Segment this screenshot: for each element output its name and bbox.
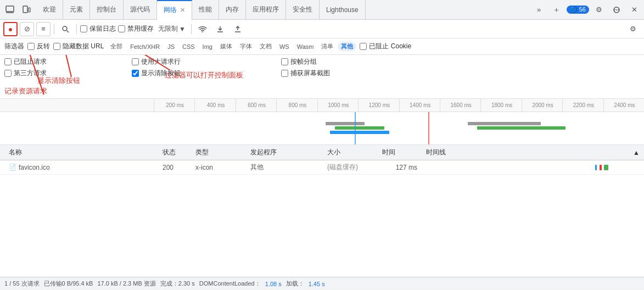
filter-label: 筛选器: [4, 42, 24, 51]
svg-rect-2: [23, 6, 27, 13]
status-resources: 17.0 kB / 2.3 MB 资源: [97, 280, 155, 288]
tab-bar: 欢迎 元素 控制台 源代码 网络 ✕ 性能 内存 应用程序 安全性 Lighth…: [0, 0, 644, 20]
new-tab-btn[interactable]: ＋: [549, 2, 564, 18]
close-devtools-btn[interactable]: ✕: [626, 2, 642, 18]
group-by-frame-checkbox[interactable]: 按帧分组: [281, 57, 330, 66]
tab-memory[interactable]: 内存: [219, 0, 246, 20]
annotation-record: 记录资源请求: [4, 86, 47, 96]
settings-btn[interactable]: ⚙: [591, 2, 607, 18]
type-img[interactable]: Img: [199, 43, 216, 51]
type-font[interactable]: 字体: [237, 42, 255, 51]
type-doc[interactable]: 文档: [256, 42, 275, 51]
large-rows-checkbox[interactable]: 使用大请求行: [132, 57, 242, 66]
toolbar-divider-2: [76, 24, 77, 34]
tab-elements[interactable]: 元素: [63, 0, 90, 20]
status-bar: 1 / 55 次请求 已传输0 B/95.4 kB 17.0 kB / 2.3 …: [0, 277, 644, 290]
type-manifest[interactable]: 清单: [318, 42, 337, 51]
th-size[interactable]: 大小: [323, 148, 378, 157]
svg-point-6: [616, 9, 617, 10]
record-icon: ●: [8, 25, 13, 34]
th-name[interactable]: 名称: [4, 148, 158, 157]
td-initiator: 其他: [246, 163, 323, 172]
clear-icon: ⊘: [24, 25, 30, 33]
td-status: 200: [158, 164, 191, 171]
search-btn[interactable]: [58, 21, 73, 37]
throttle-dropdown[interactable]: 无限制 ▼: [156, 23, 188, 35]
th-type[interactable]: 类型: [191, 148, 246, 157]
capture-screenshots-checkbox[interactable]: 捕获屏幕截图: [281, 69, 330, 78]
type-all[interactable]: 全部: [107, 42, 126, 51]
annotations-wrapper: 已阻止请求 第三方请求 使用大请求行 显示清除按钮 按帧分组 捕获屏幕截图: [0, 55, 644, 99]
network-settings-btn[interactable]: ⚙: [625, 21, 641, 37]
filter-toggle-btn[interactable]: ≡: [36, 22, 51, 36]
th-initiator[interactable]: 发起程序: [246, 148, 323, 157]
third-party-checkbox[interactable]: 第三方请求: [4, 69, 125, 78]
filter-types: 全部 Fetch/XHR JS CSS Img 媒体 字体 文档 WS Wasm…: [107, 42, 356, 51]
inspect-icon[interactable]: [2, 2, 18, 18]
issues-badge[interactable]: 🔵 56: [567, 5, 589, 14]
tab-lighthouse[interactable]: Lighthouse: [320, 0, 366, 20]
tab-performance[interactable]: 性能: [192, 0, 219, 20]
type-wasm[interactable]: Wasm: [294, 43, 317, 51]
td-timeline: [422, 160, 644, 175]
tab-network-close[interactable]: ✕: [180, 7, 185, 14]
td-name: 📄 favicon.ico: [4, 164, 158, 171]
status-dom-value: 1.08 s: [265, 281, 282, 287]
tab-network[interactable]: 网络 ✕: [157, 0, 192, 20]
svg-point-8: [63, 26, 67, 31]
tick-5: 1200 ms: [358, 99, 399, 112]
tab-sources[interactable]: 源代码: [124, 0, 157, 20]
svg-point-7: [618, 9, 619, 10]
svg-point-10: [202, 31, 203, 32]
more-tabs-btn[interactable]: »: [531, 2, 547, 18]
customize-btn[interactable]: [609, 2, 624, 18]
svg-rect-0: [6, 6, 14, 12]
status-transferred: 已传输0 B/95.4 kB: [44, 280, 93, 288]
device-icon[interactable]: [19, 2, 34, 18]
invert-checkbox[interactable]: 反转: [27, 42, 50, 51]
block-cookies-checkbox[interactable]: 已阻止 Cookie: [360, 42, 411, 51]
tab-security[interactable]: 安全性: [286, 0, 320, 20]
tick-7: 1600 ms: [440, 99, 480, 112]
preserve-log-checkbox[interactable]: 保留日志: [80, 24, 116, 34]
tick-11: 2400 ms: [603, 99, 644, 112]
svg-line-9: [67, 30, 69, 32]
show-clear-btn-checkbox[interactable]: 显示清除按钮: [132, 69, 242, 78]
table-row[interactable]: 📄 favicon.ico 200 x-icon 其他 (磁盘缓存) 127 m…: [0, 160, 644, 175]
tick-2: 600 ms: [236, 99, 276, 112]
tick-3: 800 ms: [276, 99, 317, 112]
toolbar-divider-3: [191, 24, 192, 34]
th-time[interactable]: 时间: [378, 148, 422, 157]
type-fetch[interactable]: Fetch/XHR: [127, 43, 163, 51]
type-js[interactable]: JS: [164, 43, 178, 51]
hide-data-url-checkbox[interactable]: 隐藏数据 URL: [53, 42, 104, 51]
th-status[interactable]: 状态: [158, 148, 191, 157]
file-icon: 📄: [9, 164, 16, 171]
clear-btn[interactable]: ⊘: [20, 22, 34, 36]
type-css[interactable]: CSS: [179, 43, 198, 51]
status-load-value: 1.45 s: [309, 281, 325, 287]
tick-6: 1400 ms: [399, 99, 440, 112]
tab-console[interactable]: 控制台: [90, 0, 124, 20]
filter-bar: 筛选器 反转 隐藏数据 URL 全部 Fetch/XHR JS CSS Img …: [0, 38, 644, 55]
import-btn[interactable]: [212, 21, 228, 37]
status-requests: 1 / 55 次请求: [4, 280, 40, 288]
type-other[interactable]: 其他: [338, 42, 356, 51]
issues-icon: 🔵: [570, 6, 578, 13]
disable-cache-checkbox[interactable]: 禁用缓存: [118, 24, 154, 34]
blocked-requests-checkbox[interactable]: 已阻止请求: [4, 57, 125, 66]
tick-4: 1000 ms: [317, 99, 358, 112]
export-btn[interactable]: [230, 21, 245, 37]
th-timeline[interactable]: 时间线 ▲: [422, 148, 644, 157]
tick-10: 2200 ms: [562, 99, 603, 112]
tab-welcome[interactable]: 欢迎: [36, 0, 63, 20]
type-media[interactable]: 媒体: [217, 42, 236, 51]
status-finish: 完成：2.30 s: [160, 280, 195, 288]
waterfall-bars: [154, 112, 644, 144]
tick-1: 400 ms: [194, 99, 235, 112]
tab-application[interactable]: 应用程序: [246, 0, 286, 20]
record-btn[interactable]: ●: [3, 22, 18, 36]
svg-point-5: [614, 9, 615, 10]
type-ws[interactable]: WS: [276, 43, 293, 51]
table-body: 📄 favicon.ico 200 x-icon 其他 (磁盘缓存) 127 m…: [0, 160, 644, 277]
